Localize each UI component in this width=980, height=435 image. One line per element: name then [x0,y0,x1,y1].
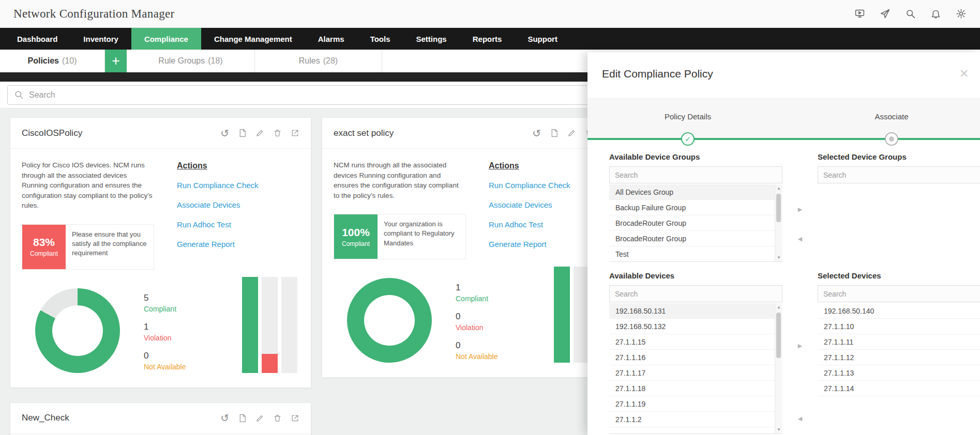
step-progress-line [587,138,980,140]
history-icon[interactable]: ↺ [220,413,229,423]
header-icons [854,8,967,19]
scroll-down-icon[interactable]: ▼ [777,427,781,432]
list-item[interactable]: 192.168.50.132 [609,319,782,334]
run-adhoc-test-link[interactable]: Run Adhoc Test [177,220,259,229]
delete-icon[interactable] [273,129,282,137]
compliance-percent-badge: 100% Compliant [334,214,378,259]
compliance-stats: 5 Compliant 1 Violation 0 Not Available [144,293,186,373]
available-devices-list: 192.168.50.131 192.168.50.132 27.1.1.15 … [609,303,782,434]
panel-body: Available Device Groups All Devices Grou… [587,139,980,434]
edit-compliance-policy-panel: Edit Compliance Policy × Policy Details … [587,52,980,435]
step-associate[interactable]: Associate [875,112,908,121]
rocket-icon[interactable] [880,8,891,19]
nav-item-reports[interactable]: Reports [460,28,515,50]
nav-item-dashboard[interactable]: Dashboard [4,28,70,50]
edit-icon[interactable] [567,129,576,137]
available-device-groups-column: Available Device Groups All Devices Grou… [609,152,782,262]
available-devices-search-input[interactable] [615,290,777,298]
list-item[interactable]: 27.1.1.17 [609,365,782,381]
monitor-play-icon[interactable] [854,8,865,19]
stat-not-available-value: 0 [456,340,497,351]
run-adhoc-test-link[interactable]: Run Adhoc Test [489,220,570,229]
donut-hole [364,295,415,346]
list-item[interactable]: 27.1.1.18 [609,381,782,396]
run-compliance-check-link[interactable]: Run Compliance Check [177,181,259,190]
scroll-up-icon[interactable]: ▲ [777,305,781,309]
generate-report-link[interactable]: Generate Report [489,240,570,248]
step-policy-details-circle[interactable]: ✓ [681,132,695,146]
selected-devices-label: Selected Devices [818,271,980,280]
selected-devices-search-input[interactable] [823,290,976,298]
move-left-icon[interactable]: ◀ [798,415,802,422]
tab-rules[interactable]: Rules (28) [255,50,382,72]
list-item[interactable]: 27.1.1.2 [609,412,782,427]
list-item[interactable]: BrocadeRouter Group [609,215,782,231]
list-item[interactable]: 27.1.1.13 [818,365,980,381]
scroll-thumb[interactable] [776,194,781,222]
history-icon[interactable]: ↺ [532,128,541,138]
available-devices-search-box[interactable] [609,285,782,302]
edit-icon[interactable] [255,129,264,137]
bell-icon[interactable] [930,8,941,19]
edit-icon[interactable] [255,414,264,423]
list-item[interactable]: 27.1.1.11 [818,334,980,350]
scroll-thumb[interactable] [776,313,781,358]
list-item[interactable]: Test [609,246,782,262]
generate-report-link[interactable]: Generate Report [177,240,259,248]
delete-icon[interactable] [273,414,282,423]
available-groups-search-box[interactable] [609,166,782,183]
associate-devices-link[interactable]: Associate Devices [489,200,570,209]
move-left-icon[interactable]: ◀ [798,236,802,242]
nav-item-settings[interactable]: Settings [403,28,460,50]
step-policy-details[interactable]: Policy Details [665,112,711,121]
stat-violation-label: Violation [144,334,186,342]
list-item[interactable]: 27.1.1.19 [609,396,782,412]
associate-devices-link[interactable]: Associate Devices [177,200,259,209]
report-file-icon[interactable] [238,129,247,137]
policy-description-column: NCM runs through all the associated devi… [334,160,466,259]
scroll-down-icon[interactable]: ▼ [777,255,781,260]
stat-not-available-label: Not Available [456,352,497,361]
search-icon[interactable] [905,8,916,19]
report-file-icon[interactable] [550,129,559,137]
list-item[interactable]: Backup Failure Group [609,200,782,215]
list-item[interactable]: 27.1.1.10 [818,319,980,334]
close-icon[interactable]: × [959,68,969,79]
list-item[interactable]: All Devices Group [609,184,782,200]
selected-devices-search-box[interactable] [818,285,980,302]
nav-item-compliance[interactable]: Compliance [131,28,201,50]
stat-not-available-value: 0 [144,351,186,361]
nav-item-change-management[interactable]: Change Management [201,28,305,50]
step-associate-circle[interactable] [885,132,898,146]
nav-item-support[interactable]: Support [515,28,570,50]
export-icon[interactable] [291,129,299,137]
add-policy-button[interactable]: + [105,50,127,72]
compliance-donut-chart [347,278,432,363]
move-right-icon[interactable]: ▶ [798,206,802,213]
bar-track [242,277,258,373]
nav-item-inventory[interactable]: Inventory [70,28,131,50]
list-item[interactable]: 27.1.1.16 [609,350,782,365]
policy-name: CiscoIOSPolicy [22,128,82,138]
history-icon[interactable]: ↺ [220,128,229,138]
nav-item-alarms[interactable]: Alarms [305,28,357,50]
nav-item-tools[interactable]: Tools [357,28,403,50]
selected-groups-search-box[interactable] [818,166,980,183]
selected-groups-search-input[interactable] [823,171,976,179]
list-item[interactable]: 192.168.50.140 [818,303,980,319]
list-item[interactable]: 192.168.50.131 [609,303,782,319]
list-item[interactable]: 27.1.1.14 [818,381,980,396]
move-right-icon[interactable]: ▶ [798,343,802,349]
gear-icon[interactable] [956,8,967,19]
tab-policies[interactable]: Policies (10) [0,50,105,72]
report-file-icon[interactable] [238,414,247,423]
charts-row: 1 Compliant 0 Violation 0 Not Available [322,261,623,377]
list-item[interactable]: 27.1.1.15 [609,334,782,350]
export-icon[interactable] [291,414,299,423]
tab-rule-groups[interactable]: Rule Groups (18) [127,50,255,72]
scroll-up-icon[interactable]: ▲ [777,186,781,191]
available-groups-search-input[interactable] [615,171,777,179]
run-compliance-check-link[interactable]: Run Compliance Check [489,181,570,190]
list-item[interactable]: BrocadeRouter Group [609,231,782,246]
list-item[interactable]: 27.1.1.12 [818,350,980,365]
